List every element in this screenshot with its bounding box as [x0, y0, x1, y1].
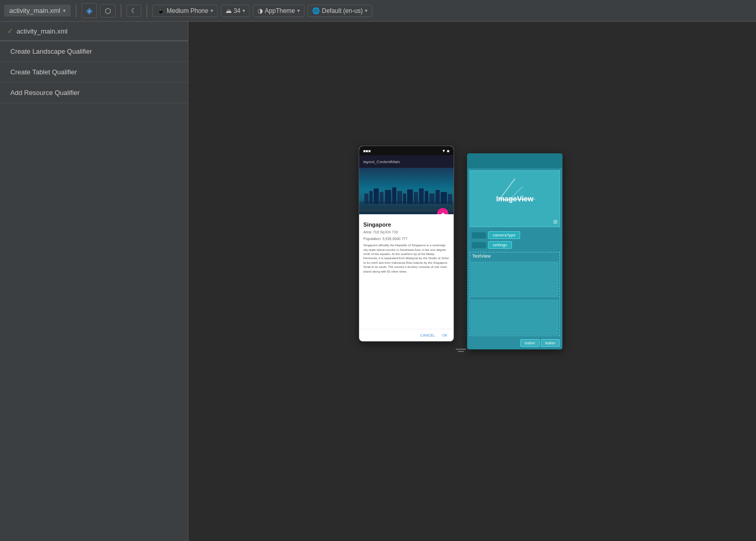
theme-selector[interactable]: ◑ AppTheme ▾: [253, 5, 304, 17]
zoom-icon: ⛰: [226, 7, 232, 14]
detail-line-1: Area: 716 Sq Km 719: [363, 230, 449, 234]
tablet-camera-type-btn[interactable]: cameraType: [488, 231, 520, 239]
svg-rect-11: [419, 188, 424, 204]
toolbar-divider-1: [76, 4, 76, 18]
phone-appbar-title: layout_ContentMain: [363, 160, 400, 164]
dropdown-file-name: activity_main.xml: [17, 27, 68, 35]
zoom-chevron: ▾: [243, 8, 245, 13]
svg-rect-3: [374, 188, 379, 204]
locale-selector[interactable]: 🌐 Default (en-us) ▾: [308, 5, 372, 17]
design-mode-btn[interactable]: ◈: [82, 3, 97, 18]
theme-label: AppTheme: [265, 7, 295, 14]
canvas-area[interactable]: ■■■ ▼ ■ layout_ContentMain: [188, 22, 756, 541]
svg-rect-7: [397, 191, 402, 204]
tablet-settings-btn[interactable]: settings: [488, 241, 512, 249]
svg-line-17: [456, 344, 466, 355]
statusbar-right: ▼ ■: [442, 149, 449, 153]
phone-icon: 📱: [157, 7, 165, 14]
cancel-button[interactable]: CANCEL: [418, 332, 437, 338]
tablet-image-area: ImageView ⊞: [470, 170, 560, 227]
description-text: Singapore officially the Republic of Sin…: [363, 243, 449, 325]
svg-rect-8: [403, 194, 406, 204]
phone-appbar: layout_ContentMain: [359, 155, 454, 168]
main-area: ✓ activity_main.xml Create Landscape Qua…: [0, 22, 756, 541]
resize-icon: [454, 343, 467, 356]
svg-rect-0: [359, 201, 454, 209]
svg-rect-5: [385, 190, 391, 204]
phone-shell: ■■■ ▼ ■ layout_ContentMain: [359, 146, 454, 342]
theme-icon: ◑: [258, 7, 263, 14]
device-selector[interactable]: 📱 Medium Phone ▾: [152, 5, 218, 17]
tablet-control-row-2: settings: [472, 241, 558, 249]
toolbar-divider-2: [121, 4, 121, 18]
theme-chevron: ▾: [297, 8, 300, 13]
toolbar-divider-3: [147, 4, 147, 18]
device-chevron: ▾: [211, 8, 213, 13]
svg-rect-10: [414, 192, 418, 204]
tablet-footer: button button: [468, 337, 562, 349]
device-label: Medium Phone: [167, 7, 208, 14]
menu-item-landscape[interactable]: Create Landscape Qualifier: [0, 41, 188, 62]
svg-rect-12: [425, 191, 428, 204]
resize-handle[interactable]: [453, 343, 468, 357]
file-tab[interactable]: activity_main.xml ▾: [4, 5, 71, 17]
tablet-text-area: TextView: [470, 252, 560, 336]
tablet-small-box-2: [472, 242, 486, 248]
tablet-control-row-1: cameraType: [472, 231, 558, 239]
tablet-shell: ImageView ⊞ cameraType settings TextView: [467, 153, 562, 349]
svg-rect-6: [392, 187, 396, 204]
locale-chevron: ▾: [365, 8, 367, 13]
svg-rect-16: [448, 194, 452, 204]
phone-preview: ■■■ ▼ ■ layout_ContentMain: [359, 146, 454, 342]
dropdown-header: ✓ activity_main.xml: [0, 22, 188, 41]
night-mode-icon: ☾: [131, 7, 137, 14]
tablet-controls: cameraType settings: [468, 229, 562, 251]
tablet-footer-btn-1[interactable]: button: [520, 339, 539, 347]
tablet-text-label: TextView: [470, 252, 559, 260]
tablet-text-block-2: [471, 300, 558, 335]
svg-rect-15: [441, 192, 447, 204]
ok-button[interactable]: OK: [440, 332, 449, 338]
check-icon: ✓: [7, 27, 13, 35]
file-tab-label: activity_main.xml: [9, 7, 60, 14]
mountain-icon: [494, 176, 536, 202]
detail-line-2: Population: 5,535,0000 777: [363, 236, 449, 241]
phone-content: Singapore Area: 716 Sq Km 719 Population…: [359, 214, 454, 329]
globe-icon: 🌐: [312, 7, 320, 14]
toolbar: activity_main.xml ▾ ◈ ⬡ ☾ 📱 Medium Phone…: [0, 0, 756, 22]
tablet-header: [468, 154, 562, 168]
svg-rect-14: [436, 190, 440, 204]
menu-item-add-resource[interactable]: Add Resource Qualifier: [0, 83, 188, 103]
city-name: Singapore: [363, 221, 449, 228]
skyline-svg: [359, 186, 454, 209]
phone-statusbar: ■■■ ▼ ■: [359, 146, 454, 155]
image-icon: ⊞: [553, 219, 557, 225]
tablet-text-block-1: [471, 262, 558, 297]
blueprint-mode-btn[interactable]: ⬡: [100, 4, 116, 18]
svg-rect-13: [429, 194, 435, 204]
phone-image: ★: [359, 168, 454, 214]
svg-rect-1: [364, 194, 368, 204]
menu-item-tablet[interactable]: Create Tablet Qualifier: [0, 62, 188, 83]
tablet-preview: ImageView ⊞ cameraType settings TextView: [467, 153, 562, 349]
locale-label: Default (en-us): [322, 7, 363, 14]
night-mode-btn[interactable]: ☾: [126, 5, 141, 17]
statusbar-left: ■■■: [363, 149, 371, 153]
phone-footer: CANCEL OK: [359, 329, 454, 341]
design-icon: ◈: [86, 6, 92, 15]
svg-rect-4: [380, 192, 383, 204]
tablet-small-box-1: [472, 232, 486, 238]
zoom-selector[interactable]: ⛰ 34 ▾: [221, 5, 250, 17]
file-tab-chevron: ▾: [63, 8, 66, 13]
tablet-footer-btn-2[interactable]: button: [541, 339, 560, 347]
svg-rect-9: [407, 189, 413, 204]
svg-rect-2: [369, 191, 373, 204]
dropdown-panel: ✓ activity_main.xml Create Landscape Qua…: [0, 22, 188, 541]
blueprint-icon: ⬡: [105, 7, 111, 15]
zoom-label: 34: [234, 7, 240, 14]
favorite-button[interactable]: ★: [437, 208, 448, 214]
